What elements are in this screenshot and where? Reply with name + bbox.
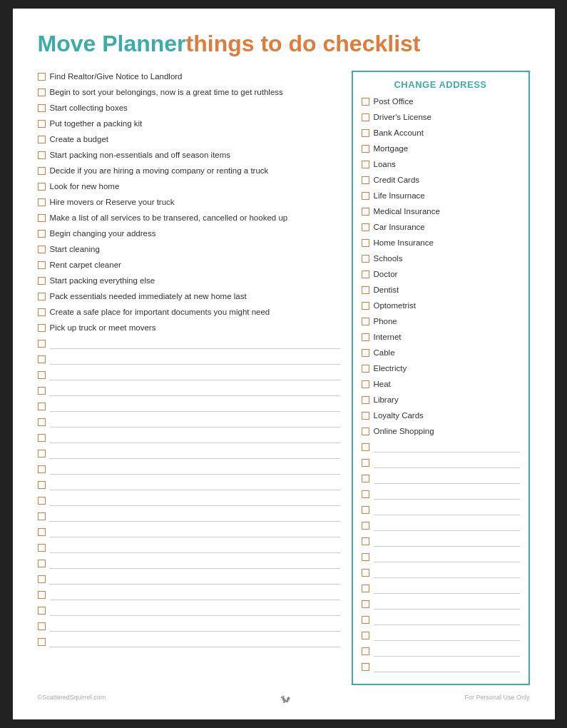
checkbox[interactable] [38,120,46,128]
checkbox[interactable] [38,403,46,410]
checkbox[interactable] [362,176,369,184]
list-item[interactable]: Credit Cards [362,174,520,187]
checkbox[interactable] [362,663,369,671]
blank-line[interactable] [362,441,520,454]
list-item[interactable]: Dentist [362,284,520,297]
blank-line[interactable] [362,598,520,611]
blank-line[interactable] [362,457,520,470]
list-item[interactable]: Internet [362,331,520,344]
list-item[interactable]: Schools [362,253,520,266]
checkbox[interactable] [38,167,46,175]
checkbox[interactable] [362,647,369,655]
checkbox[interactable] [38,387,46,395]
blank-line[interactable] [362,661,520,674]
list-item[interactable]: Optometrist [362,300,520,313]
list-item[interactable]: Start packing everything else [38,275,340,288]
checkbox[interactable] [38,450,46,457]
blank-line[interactable] [362,488,520,501]
blank-line[interactable] [362,614,520,627]
checkbox[interactable] [362,302,369,310]
checkbox[interactable] [38,73,46,81]
blank-line[interactable] [38,620,340,633]
list-item[interactable]: Create a safe place for important docume… [38,306,340,319]
checkbox[interactable] [362,98,369,106]
blank-line[interactable] [38,495,340,507]
blank-line[interactable] [38,416,340,429]
checkbox[interactable] [362,537,369,545]
blank-line[interactable] [38,573,340,586]
list-item[interactable]: Home Insurance [362,237,520,250]
checkbox[interactable] [362,255,369,263]
list-item[interactable]: Decide if you are hiring a moving compan… [38,165,340,178]
checkbox[interactable] [38,607,46,615]
checkbox[interactable] [362,318,369,325]
checkbox[interactable] [362,569,369,577]
blank-line[interactable] [38,636,340,649]
blank-line[interactable] [362,645,520,658]
list-item[interactable]: Create a budget [38,133,340,146]
checkbox[interactable] [362,239,369,247]
checkbox[interactable] [38,104,46,112]
list-item[interactable]: Find Realtor/Give Notice to Landlord [38,71,340,84]
checkbox[interactable] [362,522,369,530]
checkbox[interactable] [362,443,369,451]
list-item[interactable]: Hire movers or Reserve your truck [38,196,340,209]
checkbox[interactable] [362,333,369,341]
checkbox[interactable] [362,113,369,121]
list-item[interactable]: Rent carpet cleaner [38,259,340,272]
blank-line[interactable] [38,338,340,350]
checkbox[interactable] [38,324,46,332]
checkbox[interactable] [38,512,46,520]
list-item[interactable]: Begin to sort your belongings, now is a … [38,86,340,99]
list-item[interactable]: Start cleaning [38,243,340,256]
list-item[interactable]: Mortgage [362,143,520,156]
checkbox[interactable] [38,293,46,300]
blank-line[interactable] [38,542,340,555]
checkbox[interactable] [362,271,369,278]
checkbox[interactable] [38,355,46,363]
checkbox[interactable] [38,183,46,191]
list-item[interactable]: Online Shopping [362,425,520,438]
checkbox[interactable] [362,506,369,514]
checkbox[interactable] [362,349,369,357]
checkbox[interactable] [38,198,46,206]
blank-line[interactable] [362,535,520,548]
checkbox[interactable] [38,151,46,159]
checkbox[interactable] [362,145,369,153]
blank-line[interactable] [362,504,520,517]
blank-line[interactable] [38,479,340,492]
blank-line[interactable] [38,432,340,445]
checkbox[interactable] [38,340,46,348]
blank-line[interactable] [38,353,340,366]
blank-line[interactable] [38,526,340,539]
list-item[interactable]: Pack essentials needed immediately at ne… [38,290,340,303]
list-item[interactable]: Medical Insurance [362,206,520,218]
blank-line[interactable] [38,385,340,398]
checkbox[interactable] [362,475,369,482]
checkbox[interactable] [362,428,369,435]
checkbox[interactable] [362,208,369,216]
blank-line[interactable] [362,630,520,642]
list-item[interactable]: Driver's License [362,111,520,124]
blank-line[interactable] [38,463,340,476]
blank-line[interactable] [38,369,340,382]
list-item[interactable]: Electricty [362,363,520,375]
blank-line[interactable] [362,582,520,595]
list-item[interactable]: Post Office [362,96,520,108]
list-item[interactable]: Loans [362,158,520,171]
list-item[interactable]: Car Insurance [362,221,520,234]
blank-line[interactable] [38,510,340,523]
checkbox[interactable] [38,497,46,505]
blank-line[interactable] [38,557,340,570]
checkbox[interactable] [362,396,369,404]
checkbox[interactable] [38,560,46,567]
blank-line[interactable] [362,520,520,532]
checkbox[interactable] [38,575,46,583]
checkbox[interactable] [362,129,369,137]
checkbox[interactable] [38,308,46,316]
checkbox[interactable] [362,286,369,294]
checkbox[interactable] [362,412,369,420]
list-item[interactable]: Start collecting boxes [38,102,340,115]
list-item[interactable]: Put together a packing kit [38,118,340,131]
list-item[interactable]: Begin changing your address [38,228,340,241]
